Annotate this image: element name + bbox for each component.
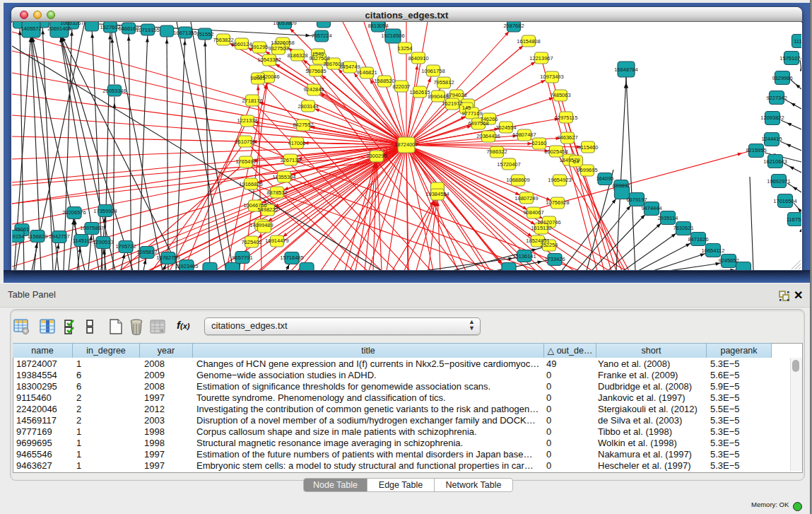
svg-text:19166825: 19166825 (239, 181, 262, 187)
svg-text:746266: 746266 (480, 116, 498, 122)
svg-text:16210643: 16210643 (763, 158, 787, 165)
svg-text:6679197: 6679197 (626, 197, 647, 203)
svg-text:822037: 822037 (392, 83, 410, 90)
svg-text:9699695: 9699695 (577, 167, 597, 173)
svg-text:6794028: 6794028 (446, 92, 466, 98)
svg-text:8215955: 8215955 (746, 147, 766, 153)
svg-text:1095817: 1095817 (136, 249, 157, 255)
svg-text:2942757: 2942757 (49, 233, 69, 240)
svg-text:10688609: 10688609 (506, 177, 529, 183)
svg-text:19384554: 19384554 (425, 191, 449, 197)
svg-text:417006: 417006 (288, 140, 305, 146)
svg-text:19692971: 19692971 (767, 178, 790, 185)
svg-text:16914479: 16914479 (265, 238, 288, 244)
svg-text:1621972: 1621972 (442, 100, 462, 107)
svg-text:98901: 98901 (251, 75, 266, 81)
svg-text:62160: 62160 (532, 140, 547, 146)
svg-text:9242848: 9242848 (303, 86, 324, 93)
svg-text:2300295: 2300295 (366, 153, 387, 159)
svg-text:16648784: 16648784 (614, 66, 637, 73)
svg-text:1290513: 1290513 (93, 239, 113, 245)
svg-text:1221338: 1221338 (237, 117, 257, 124)
svg-text:10807487: 10807487 (512, 132, 536, 138)
svg-text:1588520: 1588520 (374, 78, 394, 84)
svg-text:10975867: 10975867 (80, 225, 103, 231)
svg-text:5875685: 5875685 (305, 68, 326, 74)
svg-text:1112: 1112 (794, 38, 801, 45)
svg-text:20053346: 20053346 (102, 88, 126, 94)
svg-text:9227342: 9227342 (766, 95, 787, 101)
svg-text:10654112: 10654112 (702, 247, 725, 254)
svg-text:1527602: 1527602 (100, 24, 120, 30)
svg-text:9329966: 9329966 (772, 75, 792, 81)
svg-text:12093822: 12093822 (760, 115, 784, 121)
svg-text:8186328: 8186328 (287, 52, 307, 59)
svg-text:8427552: 8427552 (293, 122, 313, 128)
svg-text:893892: 893892 (612, 182, 630, 189)
svg-text:15751074: 15751074 (779, 55, 801, 62)
svg-text:39154: 39154 (12, 233, 24, 240)
svg-text:9146821: 9146821 (356, 69, 377, 76)
svg-text:1244415: 1244415 (761, 136, 782, 142)
svg-text:10756928: 10756928 (546, 199, 569, 206)
svg-text:8660124: 8660124 (231, 41, 252, 47)
svg-text:252254: 252254 (540, 242, 558, 248)
svg-text:9245652: 9245652 (718, 257, 739, 264)
svg-text:3267130: 3267130 (280, 157, 300, 163)
svg-text:2087682: 2087682 (503, 23, 524, 29)
svg-text:1795722: 1795722 (115, 243, 136, 250)
svg-text:7632621: 7632621 (673, 225, 693, 231)
svg-text:64: 64 (573, 158, 579, 165)
svg-text:20206576: 20206576 (62, 209, 86, 216)
svg-text:9657791: 9657791 (232, 255, 252, 261)
svg-text:7485063: 7485063 (550, 92, 570, 98)
svg-text:13254: 13254 (398, 45, 413, 52)
svg-text:15716485: 15716485 (280, 255, 303, 261)
svg-text:16154808: 16154808 (517, 38, 540, 45)
svg-text:20364436: 20364436 (476, 133, 500, 139)
svg-text:12213967: 12213967 (529, 55, 553, 62)
svg-text:10543382: 10543382 (257, 57, 281, 63)
svg-text:7563822: 7563822 (213, 37, 233, 43)
svg-text:11923465: 11923465 (175, 263, 199, 269)
svg-text:164095: 164095 (596, 175, 613, 182)
svg-text:1610755: 1610755 (235, 139, 255, 145)
svg-text:10025458: 10025458 (544, 148, 567, 155)
svg-text:10961758: 10961758 (421, 68, 445, 74)
svg-text:114519: 114519 (73, 238, 90, 244)
svg-text:2718176: 2718176 (242, 98, 262, 104)
svg-text:8471626: 8471626 (688, 236, 708, 243)
svg-text:9463627: 9463627 (557, 134, 577, 141)
svg-text:16671355: 16671355 (173, 30, 196, 36)
svg-text:14099489: 14099489 (249, 222, 273, 228)
svg-text:1733426: 1733426 (544, 256, 565, 262)
svg-text:15136141: 15136141 (512, 253, 536, 259)
svg-text:18807249: 18807249 (514, 195, 538, 201)
svg-text:8990448: 8990448 (428, 93, 448, 100)
svg-text:10719155: 10719155 (136, 27, 159, 33)
svg-text:5498222: 5498222 (257, 206, 278, 213)
svg-text:19218506: 19218506 (381, 33, 404, 39)
svg-text:8813054: 8813054 (367, 23, 388, 29)
svg-text:7986322: 7986322 (486, 148, 507, 155)
svg-text:1156829: 1156829 (28, 233, 48, 240)
svg-text:9115460: 9115460 (578, 144, 599, 151)
svg-text:16053809: 16053809 (273, 22, 296, 26)
svg-text:11355394: 11355394 (273, 174, 296, 180)
svg-text:17359924: 17359924 (93, 208, 117, 214)
svg-text:8878532: 8878532 (266, 189, 287, 196)
svg-text:7955812: 7955812 (433, 79, 454, 86)
svg-text:12975115: 12975115 (555, 115, 578, 121)
svg-text:3624554: 3624554 (495, 124, 516, 131)
svg-text:2803144: 2803144 (298, 103, 318, 110)
svg-text:15720407: 15720407 (497, 161, 520, 168)
svg-text:751552: 751552 (196, 31, 213, 37)
svg-text:17016504: 17016504 (773, 198, 796, 204)
svg-text:18724007: 18724007 (394, 141, 418, 148)
svg-text:2935114: 2935114 (658, 215, 678, 221)
svg-text:19654923: 19654923 (548, 177, 571, 183)
svg-text:20691406: 20691406 (47, 25, 71, 32)
svg-text:45061: 45061 (15, 226, 30, 233)
svg-text:16782759: 16782759 (156, 255, 180, 261)
svg-text:1765492: 1765492 (235, 158, 256, 165)
